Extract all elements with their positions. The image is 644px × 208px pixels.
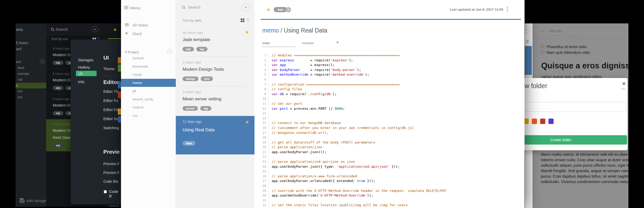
tag-pill[interactable]: wip — [183, 47, 194, 51]
tag-pill[interactable]: design — [183, 76, 198, 81]
note-tag-badge[interactable]: data — [274, 7, 287, 12]
settings-item[interactable]: Editor Th — [103, 89, 119, 94]
line-number: 5 — [261, 72, 269, 77]
tag-pill[interactable]: tag — [196, 47, 207, 51]
tag-pill[interactable]: wip — [53, 61, 63, 65]
sidebar-folder-selected[interactable]: e — [16, 83, 46, 89]
dark-add-storage-button[interactable]: Add storage — [26, 199, 46, 203]
menu-label[interactable]: Menu — [130, 6, 140, 10]
note-card[interactable]: an hours ago★Jade templatewiptag — [176, 27, 254, 57]
line-number: 27 — [261, 179, 269, 184]
sidebar-folder[interactable]: mysql — [121, 70, 176, 79]
settings-nav-hotkey[interactable]: Hotkey — [78, 65, 90, 69]
close-icon[interactable]: ✕ — [622, 81, 626, 87]
tag-pill[interactable]: wip — [53, 143, 63, 148]
tag-pill[interactable]: data — [183, 141, 195, 146]
sidebar-folder[interactable]: nodeJs — [121, 103, 176, 112]
settings-item[interactable]: Code Blo — [103, 179, 119, 184]
settings-item[interactable]: Editor Ind — [103, 117, 119, 121]
list-view-icon[interactable]: ☰ — [246, 17, 250, 22]
dark-sidebar-item-all-notes[interactable]: ll Notes — [16, 41, 28, 45]
sidebar-item-all-notes[interactable]: All Notes — [132, 23, 148, 27]
project-tree-toggle[interactable]: ▾ Project — [125, 50, 139, 54]
kebab-menu-icon[interactable] — [507, 7, 508, 8]
color-swatch[interactable] — [532, 119, 537, 124]
star-icon[interactable]: ★ — [245, 29, 249, 35]
code-text: // override with the X-HTTP-Method-Overr… — [272, 189, 446, 193]
star-icon[interactable]: ★ — [113, 27, 117, 32]
note-card[interactable]: 3 hours agoMean server settingservertag — [176, 86, 254, 116]
sidebar-folder-selected[interactable]: memo — [121, 79, 176, 87]
new-note-button[interactable]: + — [242, 3, 250, 11]
tag-pill[interactable]: tool — [201, 76, 213, 81]
code-line: 20// parse application/json — [261, 145, 446, 150]
dark-language-label[interactable]: javascri — [109, 204, 119, 207]
tag-pill[interactable]: wip — [53, 111, 63, 115]
code-text: // get all data/stuff of the body (POST)… — [272, 140, 375, 144]
settings-item[interactable]: Editor Fo — [103, 99, 119, 103]
code-line: 6 — [261, 77, 446, 82]
sidebar-folder[interactable]: ostnote — [16, 71, 46, 77]
line-number: 7 — [261, 82, 269, 87]
sidebar-folder[interactable]: Boostnote — [121, 62, 176, 71]
hamburger-icon[interactable] — [124, 6, 129, 6]
selected-note-fragment[interactable] — [525, 46, 532, 75]
settings-checkbox[interactable] — [104, 190, 107, 193]
sidebar-folder[interactable]: ers — [16, 94, 46, 100]
grid-view-icon[interactable] — [92, 38, 94, 39]
color-swatch[interactable] — [540, 119, 545, 124]
add-folder-button[interactable]: + — [167, 49, 172, 54]
sidebar-folder[interactable]: sql — [16, 77, 46, 83]
sidebar-folder[interactable]: laravel_study — [121, 95, 176, 103]
search-input[interactable]: Search — [188, 5, 200, 10]
sidebar-folder[interactable]: mo — [16, 88, 46, 94]
grid-view-icon[interactable] — [241, 18, 242, 20]
settings-nav-info[interactable]: Info — [78, 80, 84, 84]
dark-sidebar-item-starred[interactable]: ard — [16, 47, 21, 51]
star-icon[interactable]: ★ — [245, 119, 249, 125]
sidebar-folder[interactable]: fault — [16, 65, 46, 71]
settings-nav-storages[interactable]: Storages — [78, 58, 93, 62]
tag-pill[interactable]: tag — [200, 106, 211, 111]
tab-module[interactable]: module — [302, 41, 313, 45]
dark-menu-label[interactable]: enu — [16, 27, 23, 32]
tag-pill[interactable]: wip — [53, 86, 63, 90]
code-line: 23// parse application/vnd.api+json as j… — [261, 159, 446, 164]
line-number: 20 — [261, 145, 269, 150]
settings-nav-ui-active[interactable]: UI — [76, 71, 97, 76]
line-number: 17 — [261, 131, 269, 135]
sort-select[interactable]: Sort by date — [183, 18, 202, 22]
settings-item[interactable]: Preview F — [103, 162, 119, 166]
dark-new-note-button[interactable]: + — [92, 26, 98, 32]
code-line: 5var methodOverride = require('method-ov… — [261, 72, 446, 77]
add-tab-button[interactable]: + — [336, 40, 339, 45]
project-label: Project — [128, 50, 139, 54]
dark-add-folder-button[interactable]: + — [40, 59, 45, 64]
code-line: 2var express = require('express'); — [261, 58, 446, 63]
sidebar-item-starred[interactable]: Stard — [132, 31, 142, 36]
star-icon[interactable]: ★ — [266, 7, 271, 12]
dark-sort-select[interactable]: Sort by xxx — [51, 37, 68, 41]
new-note-button[interactable]: + — [525, 26, 530, 33]
dark-project-label[interactable]: ect — [16, 60, 21, 64]
tab-main[interactable]: main — [262, 41, 270, 45]
add-tag-button[interactable]: + — [286, 7, 291, 12]
note-card[interactable]: 2 hours agoModern Design Toolsdesigntool — [176, 57, 254, 86]
settings-item[interactable]: Editor Fo — [103, 108, 119, 112]
code-text: var methodOverride = require('method-ove… — [272, 73, 369, 76]
list-view-icon[interactable]: ☰ — [526, 40, 529, 43]
note-card-selected[interactable]: 12 days ago★Using Real Datadata — [176, 116, 254, 154]
dark-search-input[interactable]: Search — [56, 27, 68, 31]
code-editor[interactable]: 1// modules ============================… — [261, 53, 446, 208]
sidebar-folder[interactable]: Default — [121, 54, 176, 62]
sidebar-folder[interactable]: git — [121, 87, 176, 95]
tag-pill[interactable]: server — [183, 106, 198, 111]
settings-item[interactable]: Switching — [103, 126, 119, 130]
settings-section-title: UI — [103, 55, 109, 61]
line-number: 25 — [261, 169, 269, 174]
code-text: // configuration =======================… — [272, 82, 400, 86]
breadcrumb-folder[interactable]: memo / — [262, 27, 284, 34]
settings-item[interactable]: Preview F — [103, 171, 119, 175]
color-swatch[interactable] — [548, 119, 554, 124]
sidebar-folder[interactable]: css — [121, 112, 176, 120]
